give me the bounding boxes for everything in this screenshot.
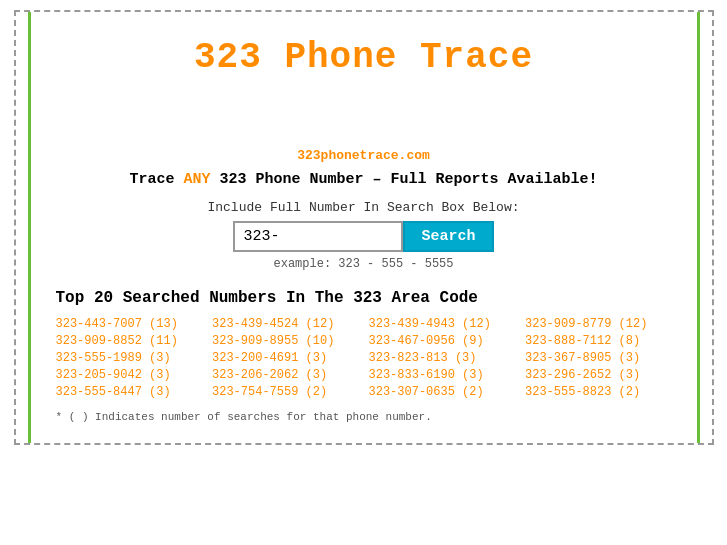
search-input[interactable] <box>233 221 403 252</box>
number-link[interactable]: 323-555-8447 (3) <box>56 385 203 399</box>
left-border <box>28 12 31 443</box>
number-link[interactable]: 323-555-1989 (3) <box>56 351 203 365</box>
numbers-grid: 323-443-7007 (13)323-439-4524 (12)323-43… <box>56 317 672 399</box>
number-link[interactable]: 323-205-9042 (3) <box>56 368 203 382</box>
number-link[interactable]: 323-439-4524 (12) <box>212 317 359 331</box>
number-link[interactable]: 323-555-8823 (2) <box>525 385 672 399</box>
number-link[interactable]: 323-823-813 (3) <box>369 351 516 365</box>
right-border <box>697 12 700 443</box>
number-link[interactable]: 323-909-8779 (12) <box>525 317 672 331</box>
number-link[interactable]: 323-467-0956 (9) <box>369 334 516 348</box>
footnote: * ( ) Indicates number of searches for t… <box>56 411 672 423</box>
tagline-highlight: ANY <box>183 171 210 188</box>
number-link[interactable]: 323-307-0635 (2) <box>369 385 516 399</box>
number-link[interactable]: 323-367-8905 (3) <box>525 351 672 365</box>
number-link[interactable]: 323-888-7112 (8) <box>525 334 672 348</box>
site-url: 323phonetrace.com <box>56 148 672 163</box>
search-button[interactable]: Search <box>403 221 493 252</box>
tagline-section: 323phonetrace.com Trace ANY 323 Phone Nu… <box>56 148 672 271</box>
top-numbers-title: Top 20 Searched Numbers In The 323 Area … <box>56 289 672 307</box>
number-link[interactable]: 323-296-2652 (3) <box>525 368 672 382</box>
number-link[interactable]: 323-833-6190 (3) <box>369 368 516 382</box>
search-label: Include Full Number In Search Box Below: <box>56 200 672 215</box>
top-numbers-section: Top 20 Searched Numbers In The 323 Area … <box>56 289 672 423</box>
number-link[interactable]: 323-206-2062 (3) <box>212 368 359 382</box>
number-link[interactable]: 323-200-4691 (3) <box>212 351 359 365</box>
tagline-suffix: 323 Phone Number – Full Reports Availabl… <box>210 171 597 188</box>
main-content: 323 Phone Trace 323phonetrace.com Trace … <box>16 12 712 443</box>
search-example: example: 323 - 555 - 5555 <box>56 257 672 271</box>
number-link[interactable]: 323-909-8955 (10) <box>212 334 359 348</box>
number-link[interactable]: 323-909-8852 (11) <box>56 334 203 348</box>
number-link[interactable]: 323-439-4943 (12) <box>369 317 516 331</box>
site-title: 323 Phone Trace <box>56 22 672 88</box>
outer-border: 323 Phone Trace 323phonetrace.com Trace … <box>14 10 714 445</box>
number-link[interactable]: 323-754-7559 (2) <box>212 385 359 399</box>
search-row: Search <box>56 221 672 252</box>
number-link[interactable]: 323-443-7007 (13) <box>56 317 203 331</box>
tagline-prefix: Trace <box>129 171 183 188</box>
tagline: Trace ANY 323 Phone Number – Full Report… <box>56 171 672 188</box>
